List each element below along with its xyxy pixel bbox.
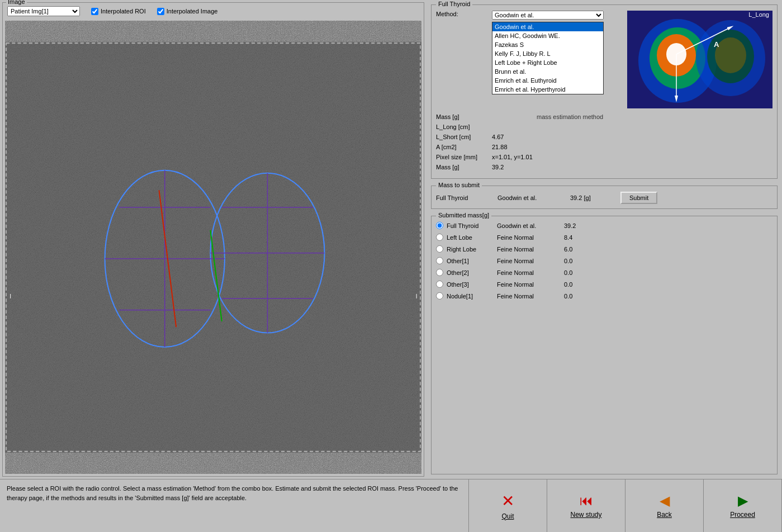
sm-value-4: 0.0 bbox=[564, 269, 598, 276]
submitted-mass-row-4: Other[2] Feine Normal 0.0 bbox=[436, 269, 772, 276]
mass2-value: 39.2 bbox=[492, 164, 537, 170]
submitted-mass-row-6: Nodule[1] Feine Normal 0.0 bbox=[436, 292, 772, 300]
sm-label-4: Other[2] bbox=[447, 269, 497, 276]
mass-note: mass estimation method bbox=[537, 113, 772, 120]
submitted-mass-section: Submitted mass[g] Full Thyroid Goodwin e… bbox=[431, 216, 778, 474]
heatmap-container: L_Long bbox=[627, 11, 772, 110]
sm-method-2: Feine Normal bbox=[497, 246, 564, 253]
svg-rect-1 bbox=[5, 42, 421, 453]
interpolated-roi-checkbox[interactable] bbox=[91, 8, 98, 15]
quit-button[interactable]: ✕ Quit bbox=[469, 479, 547, 532]
sm-method-5: Feine Normal bbox=[497, 281, 564, 288]
submit-button[interactable]: Submit bbox=[620, 192, 657, 204]
a-value: 21.88 bbox=[492, 144, 537, 150]
sm-radio-1[interactable] bbox=[436, 234, 443, 241]
sm-radio-4[interactable] bbox=[436, 269, 443, 276]
full-thyroid-title: Full Thyroid bbox=[436, 1, 472, 7]
mass-to-submit-section: Mass to submit Full Thyroid Goodwin et a… bbox=[431, 186, 778, 209]
submitted-mass-row-2: Right Lobe Feine Normal 6.0 bbox=[436, 245, 772, 253]
submit-col2: Goodwin et al. bbox=[497, 194, 565, 201]
method-label: Method: bbox=[436, 11, 492, 17]
proceed-button[interactable]: ▶ Proceed bbox=[704, 479, 782, 532]
sm-method-0: Goodwin et al. bbox=[497, 222, 564, 229]
dropdown-item-leftlobe[interactable]: Left Lobe + Right Lobe bbox=[492, 58, 603, 67]
quit-label: Quit bbox=[501, 512, 514, 520]
quit-icon: ✕ bbox=[501, 492, 514, 510]
l-short-value: 4.67 bbox=[492, 134, 537, 140]
submitted-mass-row-5: Other[3] Feine Normal 0.0 bbox=[436, 281, 772, 288]
patient-image-dropdown[interactable]: Patient Img[1] Patient Img[2] Patient Im… bbox=[7, 6, 80, 16]
dropdown-item-allen[interactable]: Allen HC, Goodwin WE. bbox=[492, 31, 603, 40]
sm-radio-3[interactable] bbox=[436, 257, 443, 264]
l-short-label: L_Short [cm] bbox=[436, 134, 492, 140]
interpolated-roi-label[interactable]: Interpolated ROI bbox=[91, 8, 146, 15]
dropdown-item-kelly[interactable]: Kelly F. J, Libby R. L bbox=[492, 49, 603, 58]
sm-radio-6[interactable] bbox=[436, 292, 443, 300]
sm-value-3: 0.0 bbox=[564, 258, 598, 264]
heatmap-label: L_Long bbox=[745, 11, 772, 18]
sm-radio-2[interactable] bbox=[436, 245, 443, 253]
submitted-mass-row-1: Left Lobe Feine Normal 8.4 bbox=[436, 234, 772, 241]
svg-text:A: A bbox=[714, 40, 719, 49]
dropdown-item-emrich-eu[interactable]: Emrich et al. Euthyroid bbox=[492, 76, 603, 85]
submitted-mass-row-0: Full Thyroid Goodwin et al. 39.2 bbox=[436, 222, 772, 229]
thyroid-scan-svg: I I bbox=[5, 21, 421, 474]
sm-value-2: 6.0 bbox=[564, 246, 598, 253]
mass-to-submit-title: Mass to submit bbox=[436, 182, 482, 188]
sm-label-0: Full Thyroid bbox=[447, 222, 497, 229]
proceed-label: Proceed bbox=[730, 511, 755, 519]
proceed-icon: ▶ bbox=[738, 493, 748, 509]
svg-point-24 bbox=[715, 37, 746, 73]
svg-text:I: I bbox=[416, 293, 418, 300]
sm-method-4: Feine Normal bbox=[497, 269, 564, 276]
image-panel-title: Image bbox=[6, 0, 27, 5]
back-icon: ◀ bbox=[660, 493, 670, 509]
back-label: Back bbox=[657, 511, 672, 519]
dropdown-item-fazekas[interactable]: Fazekas S bbox=[492, 40, 603, 49]
back-button[interactable]: ◀ Back bbox=[625, 479, 704, 532]
submitted-mass-row-3: Other[1] Feine Normal 0.0 bbox=[436, 257, 772, 264]
sm-label-6: Nodule[1] bbox=[447, 293, 497, 300]
dropdown-item-emrich-hyper[interactable]: Emrich et al. Hyperthyroid bbox=[492, 85, 603, 94]
interpolated-image-checkbox[interactable] bbox=[157, 8, 164, 15]
mass-label-1: Mass [g] bbox=[436, 113, 492, 120]
sm-value-6: 0.0 bbox=[564, 293, 598, 300]
new-study-label: New study bbox=[570, 511, 601, 519]
method-dropdown-list[interactable]: Goodwin et al. Allen HC, Goodwin WE. Faz… bbox=[492, 22, 604, 94]
submit-col3: 39.2 [g] bbox=[570, 194, 615, 201]
scan-image-area: I I bbox=[5, 21, 421, 474]
method-select[interactable]: Goodwin et al. Allen HC, Goodwin WE. Faz… bbox=[492, 11, 604, 20]
sm-method-3: Feine Normal bbox=[497, 258, 564, 264]
new-study-button[interactable]: ⏮ New study bbox=[547, 479, 625, 532]
mass-label-2: Mass [g] bbox=[436, 164, 492, 170]
pixel-size-value: x=1.01, y=1.01 bbox=[492, 154, 559, 160]
submitted-mass-title: Submitted mass[g] bbox=[436, 212, 491, 218]
pixel-size-label: Pixel size [mm] bbox=[436, 154, 492, 160]
sm-radio-5[interactable] bbox=[436, 281, 443, 288]
sm-label-5: Other[3] bbox=[447, 281, 497, 288]
interpolated-image-label[interactable]: Interpolated Image bbox=[157, 8, 218, 15]
sm-method-6: Feine Normal bbox=[497, 293, 564, 300]
a-label: A [cm2] bbox=[436, 144, 492, 150]
status-text: Please select a ROI with the radio contr… bbox=[0, 479, 468, 532]
sm-value-0: 39.2 bbox=[564, 222, 598, 229]
dropdown-item-brunn[interactable]: Brunn et al. bbox=[492, 67, 603, 76]
sm-method-1: Feine Normal bbox=[497, 234, 564, 241]
sm-value-5: 0.0 bbox=[564, 281, 598, 288]
new-study-icon: ⏮ bbox=[580, 493, 593, 509]
l-long-label: L_Long [cm] bbox=[436, 124, 492, 130]
sm-value-1: 8.4 bbox=[564, 234, 598, 241]
dropdown-item-goodwin[interactable]: Goodwin et al. bbox=[492, 22, 603, 31]
sm-label-2: Right Lobe bbox=[447, 246, 497, 253]
full-thyroid-section: Full Thyroid Method: Goodwin et al. Alle… bbox=[431, 4, 778, 179]
sm-label-3: Other[1] bbox=[447, 258, 497, 264]
sm-radio-0[interactable] bbox=[436, 222, 443, 229]
svg-text:I: I bbox=[10, 293, 11, 300]
heatmap-svg: A bbox=[627, 11, 772, 108]
submit-col1: Full Thyroid bbox=[436, 194, 492, 201]
sm-label-1: Left Lobe bbox=[447, 234, 497, 241]
